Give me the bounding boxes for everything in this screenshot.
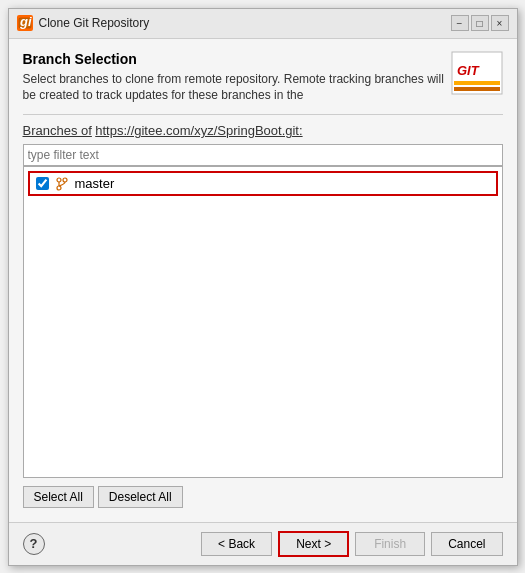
branch-url-label: Branches of https://gitee.com/xyz/Spring… (23, 123, 503, 138)
dialog-title: Clone Git Repository (39, 16, 150, 30)
svg-point-8 (57, 186, 61, 190)
svg-rect-5 (454, 87, 500, 91)
select-deselect-row: Select All Deselect All (23, 486, 503, 508)
cancel-button[interactable]: Cancel (431, 532, 502, 556)
title-controls: − □ × (451, 15, 509, 31)
dialog-icon: git (17, 15, 33, 31)
svg-rect-4 (454, 81, 500, 85)
svg-text:GIT: GIT (457, 63, 480, 78)
minimize-button[interactable]: − (451, 15, 469, 31)
header-text: Branch Selection Select branches to clon… (23, 51, 451, 105)
title-bar-left: git Clone Git Repository (17, 15, 150, 31)
branch-name-master: master (75, 176, 115, 191)
svg-point-7 (63, 178, 67, 182)
branch-checkbox-master[interactable] (36, 177, 49, 190)
clone-git-dialog: git Clone Git Repository − □ × Branch Se… (8, 8, 518, 566)
header-section: Branch Selection Select branches to clon… (23, 51, 503, 105)
branch-item-master: master (28, 171, 498, 196)
next-button[interactable]: Next > (278, 531, 349, 557)
maximize-button[interactable]: □ (471, 15, 489, 31)
close-button[interactable]: × (491, 15, 509, 31)
footer-right: < Back Next > Finish Cancel (201, 531, 502, 557)
dialog-footer: ? < Back Next > Finish Cancel (9, 522, 517, 565)
svg-text:git: git (19, 16, 32, 29)
branch-list: master (23, 166, 503, 477)
finish-button[interactable]: Finish (355, 532, 425, 556)
deselect-all-button[interactable]: Deselect All (98, 486, 183, 508)
dialog-content: Branch Selection Select branches to clon… (9, 39, 517, 522)
section-description: Select branches to clone from remote rep… (23, 71, 451, 105)
section-title: Branch Selection (23, 51, 451, 67)
header-divider (23, 114, 503, 115)
footer-left: ? (23, 533, 45, 555)
filter-input[interactable] (23, 144, 503, 166)
branch-icon (55, 177, 69, 191)
svg-point-6 (57, 178, 61, 182)
help-button[interactable]: ? (23, 533, 45, 555)
title-bar: git Clone Git Repository − □ × (9, 9, 517, 39)
select-all-button[interactable]: Select All (23, 486, 94, 508)
back-button[interactable]: < Back (201, 532, 272, 556)
git-logo: GIT (451, 51, 503, 95)
